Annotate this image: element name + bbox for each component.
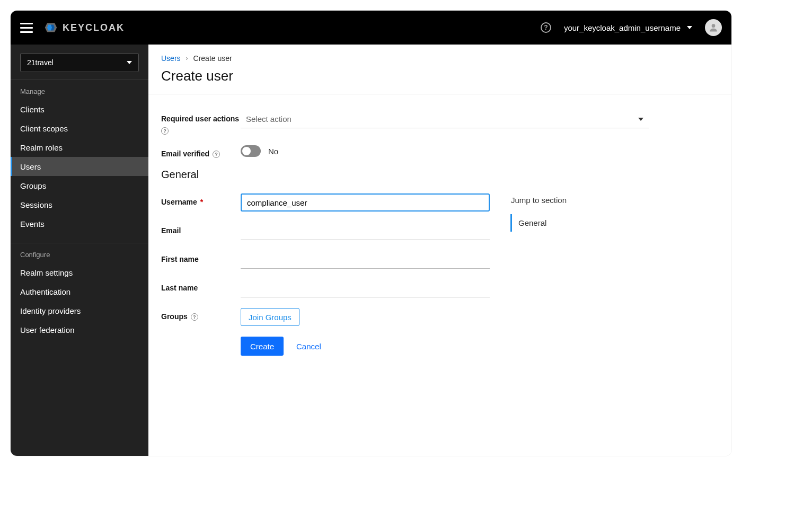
logo: KEYCLOAK [43,20,125,35]
topbar: KEYCLOAK ? your_keycloak_admin_username [11,11,731,45]
breadcrumb-current: Create user [193,54,232,63]
sidebar-item-authentication[interactable]: Authentication [11,282,148,301]
email-verified-label: Email verified [161,149,209,158]
cancel-button[interactable]: Cancel [296,337,321,356]
menu-toggle-button[interactable] [20,21,33,34]
avatar[interactable] [705,19,722,36]
nav-label: Authentication [20,287,70,296]
join-groups-button[interactable]: Join Groups [241,308,299,326]
chevron-right-icon: › [186,55,188,62]
sidebar-section-manage: Manage [11,80,148,100]
username-input[interactable] [241,193,490,212]
select-placeholder: Select action [246,114,292,124]
page-title: Create user [148,63,731,94]
help-icon[interactable]: ? [161,127,169,135]
logo-text: KEYCLOAK [63,22,125,33]
caret-down-icon [127,61,132,64]
required-actions-label: Required user actions [161,114,239,123]
nav-label: User federation [20,325,75,334]
app-window: KEYCLOAK ? your_keycloak_admin_username … [11,11,731,456]
nav-label: Clients [20,105,45,114]
nav-label: Realm settings [20,268,73,277]
jump-title: Jump to section [511,196,596,205]
jump-to-section: Jump to section General [511,193,596,356]
nav-label: Events [20,219,45,228]
help-icon[interactable]: ? [213,151,220,158]
breadcrumb: Users › Create user [148,45,731,63]
help-icon[interactable]: ? [541,22,551,33]
nav-label: Realm roles [20,143,63,152]
groups-label: Groups [161,312,188,321]
sidebar-item-realm-roles[interactable]: Realm roles [11,138,148,157]
username-label: your_keycloak_admin_username [564,23,681,32]
svg-point-3 [712,24,716,28]
main-content: Users › Create user Create user Required… [148,45,731,456]
sidebar-item-sessions[interactable]: Sessions [11,195,148,214]
sidebar-item-realm-settings[interactable]: Realm settings [11,263,148,282]
caret-down-icon [687,26,692,29]
last-name-input[interactable] [241,279,490,297]
required-indicator: * [200,198,203,206]
sidebar-item-client-scopes[interactable]: Client scopes [11,119,148,138]
sidebar-item-users[interactable]: Users [11,157,148,176]
sidebar: 21travel Manage Clients Client scopes Re… [11,45,148,456]
sidebar-item-clients[interactable]: Clients [11,100,148,119]
sidebar-section-configure: Configure [11,243,148,263]
keycloak-logo-icon [43,20,58,35]
sidebar-item-groups[interactable]: Groups [11,176,148,195]
first-name-input[interactable] [241,251,490,269]
user-menu[interactable]: your_keycloak_admin_username [564,23,692,32]
username-label: Username [161,198,197,206]
email-input[interactable] [241,222,490,240]
first-name-label: First name [161,255,199,263]
sidebar-item-user-federation[interactable]: User federation [11,320,148,339]
required-actions-select[interactable]: Select action [241,110,649,128]
nav-label: Users [20,162,41,171]
general-heading: General [161,169,649,181]
sidebar-item-identity-providers[interactable]: Identity providers [11,301,148,320]
nav-label: Identity providers [20,306,81,315]
help-icon[interactable]: ? [191,313,198,321]
breadcrumb-users-link[interactable]: Users [161,54,181,63]
sidebar-item-events[interactable]: Events [11,214,148,233]
nav-label: Client scopes [20,124,68,133]
caret-down-icon [638,118,643,121]
last-name-label: Last name [161,284,198,292]
nav-label: Groups [20,181,46,190]
nav-label: Sessions [20,200,52,209]
realm-selector[interactable]: 21travel [20,53,139,72]
email-verified-toggle[interactable] [241,145,261,157]
create-button[interactable]: Create [241,337,284,356]
realm-name: 21travel [27,58,54,67]
jump-item-label: General [518,218,546,227]
jump-item-general[interactable]: General [511,214,596,232]
email-label: Email [161,226,181,235]
email-verified-value: No [268,147,278,156]
